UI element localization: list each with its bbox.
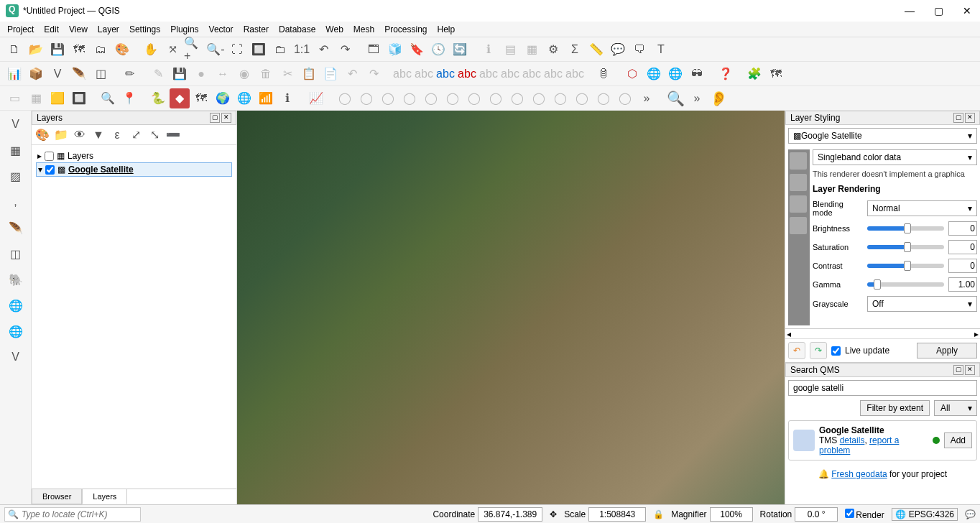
quickosm-icon[interactable]: 🔍 (98, 88, 118, 108)
plugin-1-icon[interactable]: 🧩 (744, 64, 764, 84)
new-geopackage-icon[interactable]: 📦 (26, 64, 46, 84)
brightness-input[interactable] (948, 221, 977, 236)
attribute-table-icon[interactable]: ▤ (500, 40, 520, 60)
dig-tool13-icon[interactable]: ◯ (593, 88, 614, 108)
styling-undock-button[interactable]: ▢ (953, 113, 963, 123)
new-shapefile-icon[interactable]: V (47, 64, 68, 84)
add-wfs-icon[interactable]: V (5, 346, 27, 368)
crs-button[interactable]: 🌐 EPSG:4326 (892, 508, 958, 521)
expand-icon[interactable]: ▸ (37, 151, 42, 161)
menu-raster[interactable]: Raster (244, 24, 269, 34)
dig-tool11-icon[interactable]: ◯ (550, 88, 570, 108)
zoom-last-icon[interactable]: ↶ (313, 40, 333, 60)
fresh-geodata-link[interactable]: Fresh geodata (831, 469, 887, 479)
symbology-tab-icon[interactable] (790, 152, 807, 170)
select-all-icon[interactable]: ▦ (26, 88, 46, 108)
new-project-icon[interactable]: 🗋 (4, 40, 24, 60)
statistics-icon[interactable]: Σ (565, 40, 585, 60)
current-edits-icon[interactable]: ✎ (148, 64, 168, 84)
transparency-tab-icon[interactable] (790, 174, 807, 191)
dig-tool2-icon[interactable]: ◯ (356, 88, 376, 108)
add-wms-icon[interactable]: 🌐 (5, 295, 27, 316)
open-project-icon[interactable]: 📂 (26, 40, 46, 60)
label-tool6-icon[interactable]: abc (543, 64, 563, 84)
menu-mesh[interactable]: Mesh (353, 24, 374, 34)
deselect-all-icon[interactable]: 🟨 (47, 88, 68, 108)
coordinate-input[interactable] (478, 507, 542, 522)
toggle-editing-icon[interactable]: ✏ (119, 64, 139, 84)
add-feature-icon[interactable]: ● (191, 64, 211, 84)
annotation-icon[interactable]: 🗨 (629, 40, 650, 60)
add-spatialite-icon[interactable]: 🪶 (5, 217, 27, 239)
new-map-view-icon[interactable]: 🗔 (364, 40, 384, 60)
locator-input[interactable] (22, 509, 137, 519)
zoom-full-icon[interactable]: ⛶ (227, 40, 247, 60)
minimize-button[interactable]: — (902, 5, 917, 17)
undo-style-button[interactable]: ↶ (788, 342, 805, 359)
apply-button[interactable]: Apply (917, 343, 977, 358)
expand-all-icon[interactable]: ⤢ (128, 127, 144, 143)
layers-group-checkbox[interactable] (45, 152, 54, 161)
gamma-input[interactable] (948, 277, 977, 292)
db-manager-icon[interactable]: 🛢 (593, 64, 614, 84)
menu-settings[interactable]: Settings (129, 24, 160, 34)
remove-layer-icon[interactable]: ➖ (165, 127, 181, 143)
search-blue-icon[interactable]: 🔍 (665, 88, 685, 108)
plugin-2-icon[interactable]: 🗺 (766, 64, 786, 84)
dig-tool4-icon[interactable]: ◯ (399, 88, 420, 108)
label-abc2-icon[interactable]: abc (414, 64, 434, 84)
filter-category-select[interactable]: All (934, 400, 977, 416)
measure-icon[interactable]: 📏 (586, 40, 606, 60)
undo-icon[interactable]: ↶ (342, 64, 362, 84)
map-canvas[interactable] (237, 111, 785, 504)
filter-legend-icon[interactable]: ▼ (91, 127, 106, 143)
history-tab-icon[interactable] (790, 217, 807, 234)
metasearch-icon[interactable]: 🌍 (213, 88, 233, 108)
styling-layer-select[interactable]: ▩ Google Satellite (788, 128, 977, 144)
menu-plugins[interactable]: Plugins (170, 24, 198, 34)
google-satellite-checkbox[interactable] (45, 165, 55, 175)
mouse-extents-icon[interactable]: ✥ (550, 509, 557, 519)
globe-icon[interactable]: 🌐 (234, 88, 254, 108)
contrast-input[interactable] (948, 259, 977, 273)
tab-browser[interactable]: Browser (32, 489, 82, 504)
ear-icon[interactable]: 👂 (708, 88, 729, 108)
redo-icon[interactable]: ↷ (364, 64, 384, 84)
contrast-slider[interactable] (867, 264, 944, 268)
magnifier-input[interactable] (710, 507, 753, 522)
qms-search-input[interactable] (788, 380, 977, 396)
zoom-in-icon[interactable]: 🔍+ (184, 40, 204, 60)
styling-scrollbar[interactable]: ◂▸ (785, 328, 980, 338)
copy-features-icon[interactable]: 📋 (299, 64, 319, 84)
render-checkbox[interactable]: Render (845, 509, 884, 520)
manage-visibility-icon[interactable]: 👁 (72, 127, 88, 143)
add-postgis-icon[interactable]: 🐘 (5, 269, 27, 290)
menu-layer[interactable]: Layer (98, 24, 119, 34)
label-tool3-icon[interactable]: abc (479, 64, 499, 84)
data-source-manager-icon[interactable]: 📊 (4, 64, 24, 84)
layers-undock-button[interactable]: ▢ (210, 113, 220, 123)
lock-scale-icon[interactable]: 🔒 (653, 509, 664, 519)
saturation-slider[interactable] (867, 245, 944, 249)
field-calculator-icon[interactable]: ▦ (522, 40, 542, 60)
add-service-button[interactable]: Add (944, 432, 972, 448)
dig-tool3-icon[interactable]: ◯ (378, 88, 398, 108)
label-pin-icon[interactable]: abc (457, 64, 477, 84)
live-update-checkbox[interactable]: Live update (831, 346, 889, 356)
menu-edit[interactable]: Edit (44, 24, 59, 34)
menu-vector[interactable]: Vector (209, 24, 234, 34)
open-layer-styling-icon[interactable]: 🎨 (34, 127, 50, 143)
add-virtual-icon[interactable]: ◫ (5, 243, 27, 264)
label-tool4-icon[interactable]: abc (500, 64, 520, 84)
saturation-input[interactable] (948, 240, 977, 254)
tree-item-google-satellite[interactable]: ▾ ▩ Google Satellite (36, 162, 232, 177)
menu-database[interactable]: Database (279, 24, 315, 34)
mask-icon[interactable]: 🕶 (687, 64, 707, 84)
label-abc1-icon[interactable]: abc (392, 64, 412, 84)
grayscale-select[interactable]: Off (867, 296, 977, 312)
temporal-controller-icon[interactable]: 🕓 (428, 40, 448, 60)
map-tips-icon[interactable]: 💬 (608, 40, 628, 60)
render-type-select[interactable]: Singleband color data (813, 149, 977, 165)
add-mesh-icon[interactable]: ▨ (5, 165, 27, 187)
save-project-icon[interactable]: 💾 (47, 40, 68, 60)
